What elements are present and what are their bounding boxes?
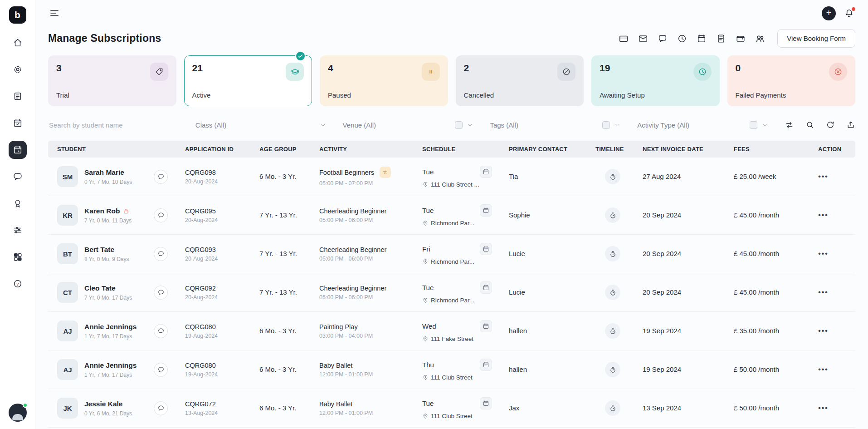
timeline-button[interactable] <box>605 285 620 300</box>
table-row: CT Cleo Tate 7 Yr, 0 Mo, 17 Days CQRG092… <box>48 273 855 312</box>
stat-card-trial[interactable]: 3 Trial <box>48 55 176 106</box>
message-student-button[interactable] <box>154 286 168 300</box>
stat-card-paused[interactable]: 4 Paused <box>320 55 448 106</box>
message-student-button[interactable] <box>154 247 168 261</box>
row-actions-button[interactable]: ••• <box>818 326 828 335</box>
stat-card-cancelled[interactable]: 2 Cancelled <box>456 55 584 106</box>
stat-count: 19 <box>600 63 610 74</box>
export-button[interactable] <box>846 120 855 129</box>
stat-card-awaiting-setup[interactable]: 19 Awaiting Setup <box>591 55 720 106</box>
venue: 111 Club Street <box>431 374 473 381</box>
search-button[interactable] <box>805 120 814 129</box>
row-actions-button[interactable]: ••• <box>818 404 828 413</box>
search-icon <box>805 120 814 129</box>
stat-card-failed-payments[interactable]: 0 Failed Payments <box>727 55 856 106</box>
tags-checkbox[interactable] <box>602 121 610 129</box>
schedule-calendar-button[interactable] <box>480 166 492 178</box>
student-avatar: KR <box>57 205 78 226</box>
table-header: STUDENTAPPLICATION IDAGE GROUPACTIVITYSC… <box>48 141 855 158</box>
view-booking-form-button[interactable]: View Booking Form <box>777 29 855 48</box>
notes-button[interactable] <box>716 34 726 44</box>
stat-card-active[interactable]: 21 Active <box>184 55 312 106</box>
activity-name: Football Beginners <box>319 169 374 176</box>
menu-toggle-button[interactable] <box>49 8 60 19</box>
venue: 111 Fake Street <box>431 335 473 342</box>
sidebar-item-home[interactable] <box>9 34 27 52</box>
message-student-button[interactable] <box>154 363 168 377</box>
timeline-button[interactable] <box>605 169 620 184</box>
row-actions-button[interactable]: ••• <box>818 365 828 374</box>
table-row: SM Sarah Marie 0 Yr, 7 Mo, 10 Days CQRG0… <box>48 158 855 196</box>
class-filter[interactable]: Class (All) <box>195 121 343 129</box>
row-actions-button[interactable]: ••• <box>818 172 828 181</box>
user-avatar[interactable] <box>9 404 27 422</box>
activity-time: 03:00 PM - 04:00 PM <box>319 333 415 339</box>
schedule-calendar-button[interactable] <box>480 359 492 371</box>
class-filter-label: Class (All) <box>195 121 226 129</box>
student-name: Cleo Tate <box>84 284 116 292</box>
timeline-button[interactable] <box>605 246 620 261</box>
message-student-button[interactable] <box>154 324 168 338</box>
venue-checkbox[interactable] <box>455 121 463 129</box>
add-button[interactable]: + <box>822 6 836 20</box>
schedule-calendar-button[interactable] <box>480 320 492 332</box>
sidebar-item-help[interactable]: ? <box>9 275 27 293</box>
application-id: CQRG098 <box>185 169 252 176</box>
billing-button[interactable] <box>619 34 629 44</box>
activity-fee-chip <box>380 167 391 178</box>
table-row: JK Jessie Kale 0 Yr, 6 Mo, 21 Days CQRG0… <box>48 389 855 428</box>
chevron-down-icon <box>614 122 621 128</box>
timeline-button[interactable] <box>605 323 620 339</box>
column-header-application-id: APPLICATION ID <box>175 146 252 153</box>
payments-button[interactable] <box>736 34 746 44</box>
lock-icon <box>123 208 129 214</box>
column-header-age-group: AGE GROUP <box>252 146 313 153</box>
row-actions-button[interactable]: ••• <box>818 288 828 297</box>
refresh-button[interactable] <box>826 120 835 129</box>
stopwatch-icon <box>609 173 617 181</box>
sidebar-item-messages[interactable] <box>9 168 27 186</box>
schedule-calendar-button[interactable] <box>480 281 492 294</box>
calendar-button[interactable] <box>697 34 707 44</box>
search-block <box>48 121 195 129</box>
row-actions-button[interactable]: ••• <box>818 211 828 220</box>
timeline-button[interactable] <box>605 207 620 223</box>
transfer-button[interactable] <box>785 120 794 130</box>
stat-count: 0 <box>736 63 741 74</box>
schedule-calendar-button[interactable] <box>480 204 492 217</box>
message-student-button[interactable] <box>154 170 168 184</box>
venue: 111 Club Street <box>431 413 473 419</box>
message-student-button[interactable] <box>154 208 168 222</box>
message-button[interactable] <box>658 34 668 44</box>
timeline-button[interactable] <box>605 362 620 377</box>
schedule-day: Tue <box>422 168 434 176</box>
message-student-button[interactable] <box>154 401 168 415</box>
sidebar-item-filters[interactable] <box>9 221 27 239</box>
table-body: SM Sarah Marie 0 Yr, 7 Mo, 10 Days CQRG0… <box>48 158 855 428</box>
tags-filter[interactable]: Tags (All) <box>490 121 637 129</box>
schedule-calendar-button[interactable] <box>480 397 492 409</box>
age-group: 6 Mo. - 3 Yr. <box>259 365 296 373</box>
stat-label: Failed Payments <box>736 91 848 99</box>
activity-type-checkbox[interactable] <box>750 121 757 129</box>
timeline-button[interactable] <box>605 400 620 416</box>
sidebar-item-certificates[interactable] <box>9 194 27 212</box>
history-button[interactable] <box>677 34 687 44</box>
sidebar-item-subscriptions[interactable] <box>9 141 27 159</box>
activity-name: Baby Ballet <box>319 362 352 369</box>
search-input[interactable] <box>48 121 179 129</box>
row-actions-button[interactable]: ••• <box>818 249 828 258</box>
activity-type-filter[interactable]: Activity Type (All) <box>637 121 785 129</box>
sidebar-item-settings[interactable] <box>9 60 27 79</box>
activity-type-filter-label: Activity Type (All) <box>637 121 689 129</box>
sidebar-item-dashboard[interactable] <box>9 248 27 266</box>
column-header-activity: ACTIVITY <box>313 146 415 153</box>
schedule-calendar-button[interactable] <box>480 243 492 255</box>
sidebar-item-programs[interactable] <box>9 87 27 105</box>
venue-filter[interactable]: Venue (All) <box>343 121 490 129</box>
contacts-button[interactable] <box>755 34 765 44</box>
sidebar-item-attendance[interactable] <box>9 114 27 132</box>
app-logo[interactable]: b <box>9 6 26 24</box>
mail-button[interactable] <box>638 34 648 44</box>
application-id: CQRG092 <box>185 285 252 292</box>
